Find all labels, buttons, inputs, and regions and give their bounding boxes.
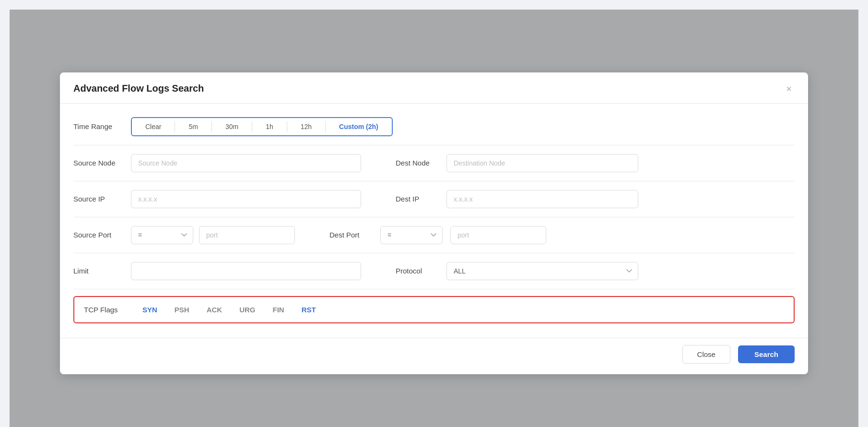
node-row-content: Dest Node (131, 154, 795, 172)
time-btn-30m[interactable]: 30m (212, 121, 252, 132)
protocol-section: Protocol ALL TCP UDP ICMP (396, 262, 638, 280)
modal-title: Advanced Flow Logs Search (73, 83, 204, 94)
limit-input[interactable] (131, 262, 361, 280)
time-btn-5m[interactable]: 5m (175, 121, 211, 132)
time-btn-1h[interactable]: 1h (252, 121, 287, 132)
source-port-operator[interactable]: = != > < (131, 226, 193, 244)
protocol-select[interactable]: ALL TCP UDP ICMP (446, 262, 638, 280)
time-range-content: Clear 5m 30m 1h 12h Custom (2h) (131, 117, 795, 136)
dest-node-label: Dest Node (396, 159, 439, 167)
source-port-input[interactable] (199, 226, 295, 244)
source-ip-label: Source IP (73, 195, 131, 203)
limit-label: Limit (73, 267, 131, 275)
modal-dialog: Advanced Flow Logs Search × Time Range C… (60, 72, 808, 374)
time-btn-custom[interactable]: Custom (2h) (326, 121, 392, 132)
flag-btn-rst[interactable]: RST (301, 304, 317, 316)
modal-close-button[interactable]: × (783, 83, 795, 95)
flag-btn-syn[interactable]: SYN (141, 304, 158, 316)
modal-footer: Close Search (60, 338, 808, 374)
dest-ip-section: Dest IP (396, 190, 638, 208)
flag-btn-psh[interactable]: PSH (174, 304, 190, 316)
modal-header: Advanced Flow Logs Search × (60, 72, 808, 104)
ip-row: Source IP Dest IP (73, 181, 795, 217)
dest-port-label: Dest Port (329, 231, 373, 239)
dest-ip-label: Dest IP (396, 195, 439, 203)
node-row: Source Node Dest Node (73, 145, 795, 181)
dest-port-section: Dest Port = != > < (329, 226, 546, 244)
time-range-label: Time Range (73, 122, 131, 130)
port-row: Source Port = != > < Dest Port = != (73, 217, 795, 253)
source-ip-input[interactable] (131, 190, 361, 208)
time-range-selector: Clear 5m 30m 1h 12h Custom (2h) (131, 117, 393, 136)
dest-node-input[interactable] (446, 154, 638, 172)
source-node-label: Source Node (73, 159, 131, 167)
time-btn-12h[interactable]: 12h (287, 121, 326, 132)
flag-btn-urg[interactable]: URG (238, 304, 256, 316)
dest-ip-input[interactable] (446, 190, 638, 208)
flag-btn-fin[interactable]: FIN (272, 304, 285, 316)
ip-row-content: Dest IP (131, 190, 795, 208)
limit-protocol-content: Protocol ALL TCP UDP ICMP (131, 262, 795, 280)
modal-overlay: Advanced Flow Logs Search × Time Range C… (10, 10, 858, 427)
dest-port-input[interactable] (450, 226, 546, 244)
flag-btn-ack[interactable]: ACK (206, 304, 223, 316)
tcp-flags-label: TCP Flags (84, 306, 141, 314)
close-button[interactable]: Close (682, 345, 730, 364)
protocol-label: Protocol (396, 267, 439, 275)
tcp-flags-buttons: SYN PSH ACK URG FIN RST (141, 304, 317, 316)
source-port-label: Source Port (73, 231, 131, 239)
search-button[interactable]: Search (738, 345, 795, 363)
source-node-input[interactable] (131, 154, 361, 172)
modal-body: Time Range Clear 5m 30m 1h 12h Custom (2… (60, 104, 808, 338)
dest-port-operator[interactable]: = != > < (380, 226, 443, 244)
time-btn-clear[interactable]: Clear (132, 121, 175, 132)
dest-node-section: Dest Node (396, 154, 638, 172)
port-row-content: = != > < Dest Port = != > < (131, 226, 795, 244)
tcp-flags-row: TCP Flags SYN PSH ACK URG FIN RST (73, 296, 795, 323)
time-range-row: Time Range Clear 5m 30m 1h 12h Custom (2… (73, 108, 795, 145)
limit-protocol-row: Limit Protocol ALL TCP UDP ICMP (73, 253, 795, 289)
